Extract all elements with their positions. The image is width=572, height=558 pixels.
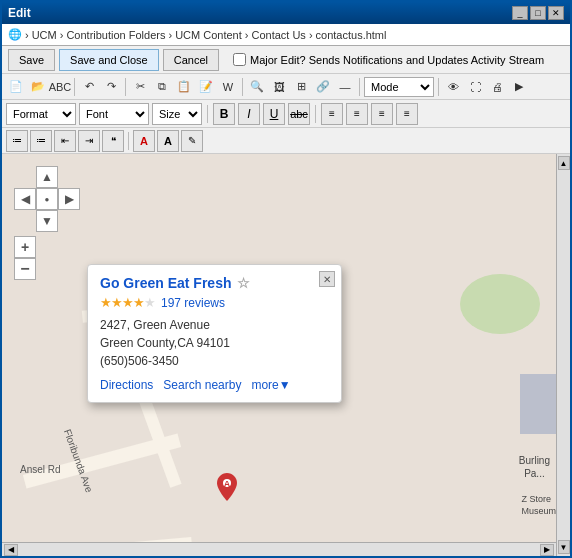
address-line2: Green County,CA 94101: [100, 334, 329, 352]
sep2: [125, 78, 126, 96]
popup-actions: Directions Search nearby more▼: [100, 378, 329, 392]
align-justify-button[interactable]: ≡: [396, 103, 418, 125]
window-title: Edit: [8, 6, 31, 20]
underline-button[interactable]: U: [263, 103, 285, 125]
breadcrumb-contact-us[interactable]: Contact Us: [251, 29, 305, 41]
pan-right-button[interactable]: ▶: [58, 188, 80, 210]
format-select[interactable]: Format: [6, 103, 76, 125]
save-button[interactable]: Save: [8, 49, 55, 71]
pan-left-button[interactable]: ◀: [14, 188, 36, 210]
directions-link[interactable]: Directions: [100, 378, 153, 392]
sep-fmt: [207, 105, 208, 123]
scroll-left-arrow[interactable]: ◀: [4, 544, 18, 556]
new-doc-icon[interactable]: 📄: [6, 77, 26, 97]
italic-button[interactable]: I: [238, 103, 260, 125]
zoom-out-button[interactable]: −: [14, 258, 36, 280]
table-icon[interactable]: ⊞: [291, 77, 311, 97]
ansel-label: Ansel Rd: [20, 464, 61, 475]
svg-text:A: A: [224, 479, 231, 489]
breadcrumb-sep3: ›: [168, 29, 172, 41]
park-green: [460, 274, 540, 334]
phone: (650)506-3450: [100, 352, 329, 370]
breadcrumb-sep2: ›: [60, 29, 64, 41]
undo-icon[interactable]: ↶: [79, 77, 99, 97]
breadcrumb-icon: 🌐: [8, 28, 22, 41]
scroll-down-arrow[interactable]: ▼: [558, 540, 570, 554]
breadcrumb-ucm[interactable]: UCM: [32, 29, 57, 41]
pan-up-button[interactable]: ▲: [36, 166, 58, 188]
img-icon[interactable]: 🖼: [269, 77, 289, 97]
copy-icon[interactable]: ⧉: [152, 77, 172, 97]
open-icon[interactable]: 📂: [28, 77, 48, 97]
breadcrumb-sep5: ›: [309, 29, 313, 41]
format-toolbar: Format Font Size B I U abc ≡ ≡ ≡ ≡: [2, 100, 570, 128]
rating-row: ★★★★★ 197 reviews: [100, 295, 329, 310]
search-nearby-link[interactable]: Search nearby: [163, 378, 241, 392]
pan-down-button[interactable]: ▼: [36, 210, 58, 232]
major-edit-checkbox[interactable]: [233, 53, 246, 66]
pan-center-button[interactable]: ●: [36, 188, 58, 210]
minimize-button[interactable]: _: [512, 6, 528, 20]
strikethrough-button[interactable]: abc: [288, 103, 310, 125]
more-link[interactable]: more▼: [251, 378, 290, 392]
find-icon[interactable]: 🔍: [247, 77, 267, 97]
font-color-bg-button[interactable]: A: [133, 130, 155, 152]
paste-text-icon[interactable]: 📝: [196, 77, 216, 97]
map-container: Ansel Rd Floribunda Ave Oak Grove Mango.…: [2, 154, 570, 556]
unordered-list-button[interactable]: ≔: [6, 130, 28, 152]
major-edit-label: Major Edit? Sends Notifications and Upda…: [250, 54, 544, 66]
favorite-star-icon[interactable]: ☆: [237, 275, 250, 291]
align-left-button[interactable]: ≡: [321, 103, 343, 125]
zoom-in-button[interactable]: +: [14, 236, 36, 258]
sep-align: [315, 105, 316, 123]
review-count[interactable]: 197 reviews: [161, 296, 225, 310]
sep-list: [128, 132, 129, 150]
spell-check-icon[interactable]: ABC: [50, 77, 70, 97]
align-center-button[interactable]: ≡: [346, 103, 368, 125]
bold-button[interactable]: B: [213, 103, 235, 125]
redo-icon[interactable]: ↷: [101, 77, 121, 97]
paste-word-icon[interactable]: W: [218, 77, 238, 97]
breadcrumb-contribution-folders[interactable]: Contribution Folders: [66, 29, 165, 41]
save-close-button[interactable]: Save and Close: [59, 49, 159, 71]
breadcrumb-ucm-content[interactable]: UCM Content: [175, 29, 242, 41]
cancel-button[interactable]: Cancel: [163, 49, 219, 71]
blockquote-button[interactable]: ❝: [102, 130, 124, 152]
burlington-label: BurlingPa...: [519, 454, 550, 480]
title-bar-controls: _ □ ✕: [512, 6, 564, 20]
vertical-scrollbar[interactable]: ▲ ▼: [556, 154, 570, 556]
clear-format-button[interactable]: ✎: [181, 130, 203, 152]
content-area[interactable]: Ansel Rd Floribunda Ave Oak Grove Mango.…: [2, 154, 570, 556]
hr-icon[interactable]: —: [335, 77, 355, 97]
address-line1: 2427, Green Avenue: [100, 316, 329, 334]
close-button[interactable]: ✕: [548, 6, 564, 20]
sep5: [438, 78, 439, 96]
list-toolbar: ≔ ≔ ⇤ ⇥ ❝ A A ✎: [2, 128, 570, 154]
outdent-button[interactable]: ⇤: [54, 130, 76, 152]
map-pin[interactable]: A: [217, 473, 237, 501]
align-right-button[interactable]: ≡: [371, 103, 393, 125]
print-icon[interactable]: 🖨: [487, 77, 507, 97]
preview-icon[interactable]: 👁: [443, 77, 463, 97]
paste-icon[interactable]: 📋: [174, 77, 194, 97]
fullscreen-icon[interactable]: ⛶: [465, 77, 485, 97]
cut-icon[interactable]: ✂: [130, 77, 150, 97]
size-select[interactable]: Size: [152, 103, 202, 125]
ordered-list-button[interactable]: ≔: [30, 130, 52, 152]
font-select[interactable]: Font: [79, 103, 149, 125]
font-color-button[interactable]: A: [157, 130, 179, 152]
link-icon[interactable]: 🔗: [313, 77, 333, 97]
scroll-right-arrow[interactable]: ▶: [540, 544, 554, 556]
maximize-button[interactable]: □: [530, 6, 546, 20]
map-controls: ▲ ◀ ● ▶ ▼ + −: [14, 166, 80, 280]
popup-address: 2427, Green Avenue Green County,CA 94101…: [100, 316, 329, 370]
horizontal-scrollbar[interactable]: ◀ ▶: [2, 542, 556, 556]
scroll-up-arrow[interactable]: ▲: [558, 156, 570, 170]
indent-button[interactable]: ⇥: [78, 130, 100, 152]
popup-close-button[interactable]: ✕: [319, 271, 335, 287]
breadcrumb-sep: ›: [25, 29, 29, 41]
mode-select[interactable]: Mode: [364, 77, 434, 97]
more-icon[interactable]: ▶: [509, 77, 529, 97]
breadcrumb-file[interactable]: contactus.html: [316, 29, 387, 41]
star-rating: ★★★★★: [100, 295, 155, 310]
